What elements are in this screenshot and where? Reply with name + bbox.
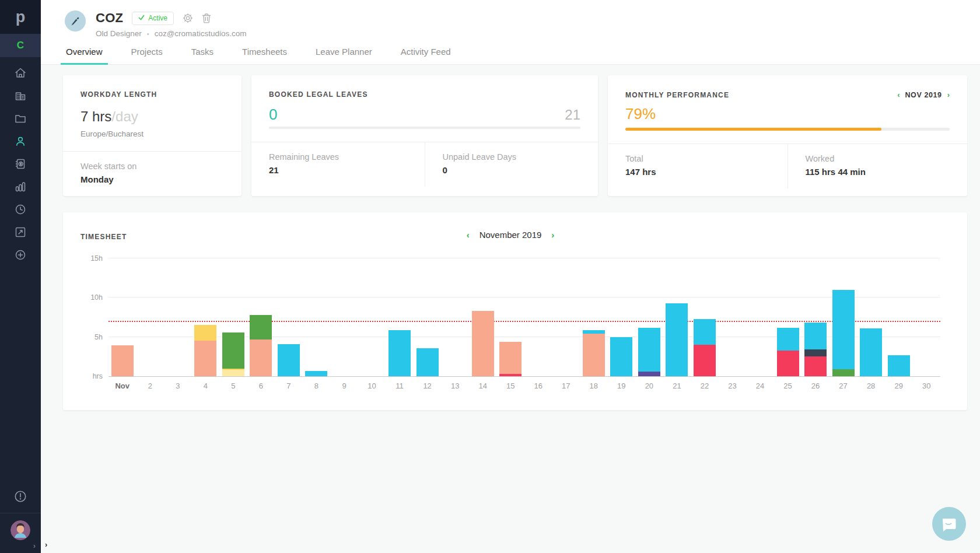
tab-projects[interactable]: Projects [130,38,164,64]
bar-day-28[interactable] [860,328,882,376]
profile-avatar[interactable] [65,10,86,32]
bar-segment-green[interactable] [222,332,244,369]
leaves-progress-track [269,127,580,129]
bar-segment-red[interactable] [499,374,522,376]
user-avatar[interactable] [10,520,30,540]
bar-day-29[interactable] [888,355,910,376]
bar-day-11[interactable] [388,330,411,376]
sidebar-item-alerts[interactable] [10,489,31,505]
folder-icon [14,112,27,127]
bar-segment-cyan[interactable] [804,323,827,349]
bar-slot-10 [358,259,386,376]
bar-segment-salmon[interactable] [194,341,216,376]
bar-slot-13 [441,259,469,376]
bar-segment-cyan[interactable] [638,328,660,372]
bar-day-4[interactable] [194,325,216,376]
bar-day-19[interactable] [610,337,632,376]
bar-segment-cyan[interactable] [583,330,605,334]
sidebar-item-projects[interactable] [10,112,31,127]
x-tick-25: 25 [774,382,802,390]
bar-day-18[interactable] [583,330,605,376]
tab-tasks[interactable]: Tasks [190,38,215,64]
bar-segment-cyan[interactable] [694,319,716,345]
monthly-performance-card: MONTHLY PERFORMANCE ‹ NOV 2019 › 79% Tot… [608,75,967,196]
bar-segment-cyan[interactable] [388,330,411,376]
delete-button[interactable] [202,13,211,23]
sidebar-item-company[interactable] [10,89,31,104]
sidebar-collapse-chevron-icon[interactable]: › [33,541,36,550]
bar-segment-cyan[interactable] [610,337,632,376]
workspace-switcher[interactable]: C [0,34,41,57]
bar-segment-slate[interactable] [804,349,827,356]
bar-segment-red[interactable] [777,351,799,376]
bar-day-Nov[interactable] [111,345,134,376]
bar-day-25[interactable] [777,328,799,376]
bar-day-12[interactable] [416,348,439,376]
bar-segment-salmon[interactable] [472,311,494,376]
bar-segment-green[interactable] [250,315,272,340]
bar-slot-23 [719,259,747,376]
bar-segment-cyan[interactable] [860,328,882,376]
worked-hours-value: 115 hrs 44 min [806,167,950,177]
bar-day-21[interactable] [666,303,688,376]
bar-segment-salmon[interactable] [250,340,272,376]
bar-segment-pale_yellow[interactable] [222,370,244,376]
bar-segment-cyan[interactable] [666,303,688,376]
settings-button[interactable] [183,13,193,23]
bar-day-5[interactable] [222,332,244,376]
bar-day-14[interactable] [472,311,494,376]
content: WORKDAY LENGTH 7 hrs/day Europe/Buchares… [41,65,980,410]
timesheet-chart: hrs5h10h15h Nov2345678910111213141516171… [80,259,940,390]
bar-segment-cyan[interactable] [305,371,327,376]
bar-day-20[interactable] [638,328,660,376]
bar-segment-purple[interactable] [638,372,660,376]
status-badge[interactable]: Active [132,12,174,25]
sidebar-item-export[interactable] [10,226,31,241]
paintbrush-icon [70,16,80,26]
app-logo[interactable]: p [0,0,41,34]
bar-day-8[interactable] [305,371,327,376]
timesheet-prev-month-button[interactable]: ‹ [467,230,470,240]
bar-slot-26 [802,259,830,376]
bar-segment-salmon[interactable] [583,334,605,376]
bar-segment-cyan[interactable] [416,348,439,376]
bar-day-15[interactable] [499,342,522,376]
bar-day-6[interactable] [250,315,272,376]
bar-segment-cyan[interactable] [777,328,799,351]
bar-segment-green[interactable] [832,369,855,376]
sidebar: p C › [0,0,41,553]
timesheet-next-month-button[interactable]: › [551,230,554,240]
expand-chevron-icon[interactable]: › [45,540,47,549]
bar-segment-cyan[interactable] [278,344,300,376]
bar-day-22[interactable] [694,319,716,376]
bar-segment-red[interactable] [694,345,716,376]
bar-segment-cyan[interactable] [888,355,910,376]
bar-day-27[interactable] [832,290,855,376]
bar-segment-cyan[interactable] [832,290,855,369]
next-month-button[interactable]: › [947,90,950,99]
bar-day-26[interactable] [804,323,827,376]
sidebar-item-add[interactable] [10,249,31,264]
tab-activity-feed[interactable]: Activity Feed [400,38,452,64]
bar-slot-14 [469,259,497,376]
bar-segment-salmon[interactable] [111,345,134,376]
bar-slot-25 [774,259,802,376]
prev-month-button[interactable]: ‹ [897,90,900,99]
sidebar-item-reports[interactable] [10,180,31,195]
chat-launcher-button[interactable] [932,507,966,541]
bar-segment-red[interactable] [804,356,827,376]
sidebar-item-home[interactable] [10,66,31,82]
y-tick-5h: 5h [80,333,103,341]
sidebar-item-time[interactable] [10,203,31,218]
bar-day-7[interactable] [278,344,300,376]
bar-segment-salmon[interactable] [499,342,522,374]
tab-timesheets[interactable]: Timesheets [241,38,288,64]
leaves-total-value: 21 [565,108,580,122]
sidebar-item-team[interactable] [10,135,31,150]
bar-slot-3 [164,259,192,376]
sidebar-item-invoices[interactable] [10,158,31,173]
tab-leave-planner[interactable]: Leave Planner [314,38,373,64]
bar-segment-yellow[interactable] [194,325,216,341]
tab-overview[interactable]: Overview [65,38,104,64]
person-icon [14,135,27,150]
